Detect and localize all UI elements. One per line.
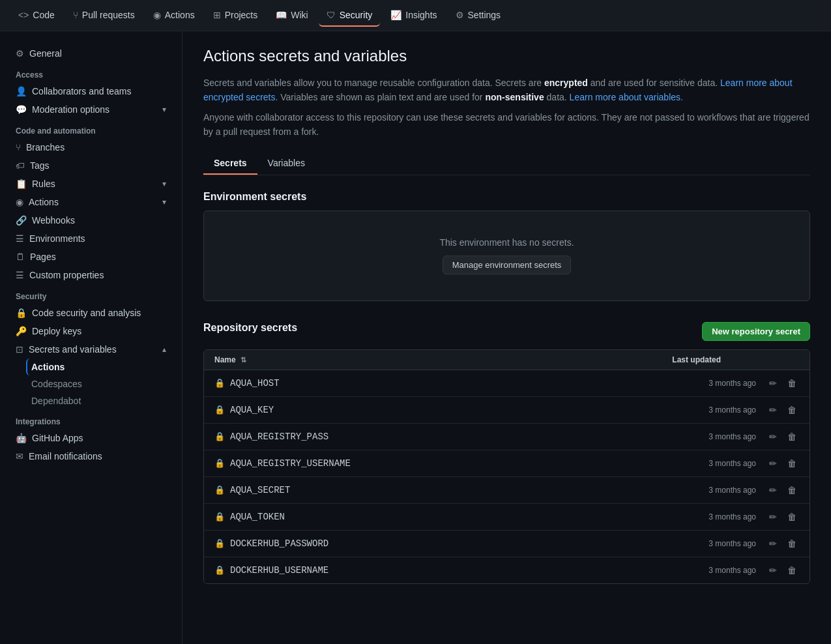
sidebar-access-section: Access [10, 63, 171, 82]
edit-secret-button-6[interactable]: ✏ [766, 537, 780, 550]
projects-icon: ⊞ [213, 10, 221, 20]
sidebar-item-rules[interactable]: 📋 Rules ▾ [10, 175, 171, 193]
sidebar-item-actions[interactable]: ◉ Actions ▾ [10, 193, 171, 211]
sort-icon[interactable]: ⇅ [241, 356, 246, 364]
delete-secret-button-0[interactable]: 🗑 [785, 377, 799, 390]
layout: ⚙ General Access 👤 Collaborators and tea… [0, 31, 831, 644]
webhook-icon: 🔗 [16, 215, 27, 226]
sidebar-item-general[interactable]: ⚙ General [10, 44, 171, 63]
table-body: 🔒 AQUA_HOST 3 months ago ✏ 🗑 🔒 AQUA_KEY … [204, 370, 809, 583]
chevron-down-icon: ▾ [162, 105, 166, 114]
table-row: 🔒 AQUA_REGISTRY_PASS 3 months ago ✏ 🗑 [204, 424, 809, 450]
edit-secret-button-4[interactable]: ✏ [766, 484, 780, 497]
main-content: Actions secrets and variables Secrets an… [182, 31, 831, 644]
delete-secret-button-6[interactable]: 🗑 [785, 537, 799, 550]
sidebar-item-secrets-and-variables[interactable]: ⊡ Secrets and variables ▴ [10, 340, 171, 359]
table-row: 🔒 AQUA_HOST 3 months ago ✏ 🗑 [204, 370, 809, 397]
nav-settings-label: Settings [468, 10, 501, 20]
col-updated-header: Last updated [643, 355, 760, 364]
edit-secret-button-1[interactable]: ✏ [766, 403, 780, 417]
sidebar-sub-item-codespaces[interactable]: Codespaces [26, 375, 171, 392]
sidebar-sub-item-actions[interactable]: Actions [26, 359, 171, 375]
sidebar-sub-actions-label: Actions [31, 362, 65, 372]
sidebar-code-security-label: Code security and analysis [32, 308, 141, 318]
nav-actions[interactable]: ◉ Actions [145, 5, 203, 27]
edit-secret-button-2[interactable]: ✏ [766, 430, 780, 443]
edit-secret-button-0[interactable]: ✏ [766, 377, 780, 390]
lock-icon-5: 🔒 [214, 512, 225, 522]
sidebar-tags-label: Tags [30, 160, 50, 171]
secret-name-0: 🔒 AQUA_HOST [214, 378, 649, 388]
insights-icon: 📈 [390, 10, 401, 20]
secret-name-text-3: AQUA_REGISTRY_USERNAME [230, 458, 351, 469]
tab-variables[interactable]: Variables [257, 153, 315, 175]
secret-actions-7: ✏ 🗑 [766, 564, 799, 577]
learn-variables-link[interactable]: Learn more about variables [570, 92, 680, 102]
sidebar-general-label: General [29, 48, 62, 59]
nav-code[interactable]: <> Code [10, 5, 63, 27]
col-name-label: Name [214, 355, 236, 364]
edit-secret-button-5[interactable]: ✏ [766, 510, 780, 523]
sidebar-item-webhooks[interactable]: 🔗 Webhooks [10, 211, 171, 229]
table-row: 🔒 AQUA_SECRET 3 months ago ✏ 🗑 [204, 477, 809, 504]
person-icon: 👤 [16, 86, 27, 96]
sidebar-item-github-apps[interactable]: 🤖 GitHub Apps [10, 429, 171, 447]
sidebar-item-email-notifications[interactable]: ✉ Email notifications [10, 447, 171, 465]
nav-pull-requests[interactable]: ⑂ Pull requests [65, 5, 143, 27]
chevron-down-icon-rules: ▾ [162, 179, 166, 188]
sidebar-github-apps-label: GitHub Apps [32, 433, 83, 443]
table-row: 🔒 AQUA_REGISTRY_USERNAME 3 months ago ✏ … [204, 450, 809, 477]
secret-name-text-5: AQUA_TOKEN [230, 512, 285, 522]
secret-actions-6: ✏ 🗑 [766, 537, 799, 550]
sidebar-code-automation-section: Code and automation [10, 119, 171, 138]
encrypted-bold: encrypted [544, 78, 588, 88]
new-repository-secret-button[interactable]: New repository secret [702, 322, 810, 341]
env-secrets-heading: Environment secrets [203, 191, 810, 203]
delete-secret-button-1[interactable]: 🗑 [785, 403, 799, 417]
sidebar-item-collaborators[interactable]: 👤 Collaborators and teams [10, 82, 171, 100]
sidebar-branches-label: Branches [26, 142, 65, 153]
description-2: Anyone with collaborator access to this … [203, 110, 810, 139]
sidebar-item-deploy-keys[interactable]: 🔑 Deploy keys [10, 322, 171, 340]
nav-projects[interactable]: ⊞ Projects [205, 5, 266, 27]
nav-wiki[interactable]: 📖 Wiki [268, 5, 315, 27]
delete-secret-button-2[interactable]: 🗑 [785, 430, 799, 443]
actions-icon: ◉ [153, 10, 161, 20]
edit-secret-button-7[interactable]: ✏ [766, 564, 780, 577]
secret-name-text-2: AQUA_REGISTRY_PASS [230, 432, 328, 442]
sidebar-item-branches[interactable]: ⑂ Branches [10, 138, 171, 156]
non-sensitive-bold: non-sensitive [485, 92, 544, 102]
sidebar-item-code-security[interactable]: 🔒 Code security and analysis [10, 304, 171, 322]
manage-env-secrets-button[interactable]: Manage environment secrets [443, 256, 572, 274]
sidebar-item-environments[interactable]: ☰ Environments [10, 229, 171, 248]
nav-projects-label: Projects [225, 10, 258, 20]
nav-settings[interactable]: ⚙ Settings [448, 5, 509, 27]
nav-security-label: Security [340, 10, 373, 20]
shield-icon: 🔒 [16, 308, 27, 318]
code-icon: <> [18, 10, 29, 20]
sidebar-environments-label: Environments [29, 233, 85, 244]
secret-name-1: 🔒 AQUA_KEY [214, 405, 649, 415]
delete-secret-button-4[interactable]: 🗑 [785, 484, 799, 497]
sidebar-item-moderation[interactable]: 💬 Moderation options ▾ [10, 100, 171, 119]
sidebar-item-custom-properties[interactable]: ☰ Custom properties [10, 266, 171, 284]
delete-secret-button-5[interactable]: 🗑 [785, 510, 799, 523]
secret-name-text-6: DOCKERHUB_PASSWORD [230, 538, 328, 549]
sidebar-item-pages[interactable]: 🗒 Pages [10, 248, 171, 266]
sidebar-sub-item-dependabot[interactable]: Dependabot [26, 392, 171, 409]
secret-actions-0: ✏ 🗑 [766, 377, 799, 390]
delete-secret-button-3[interactable]: 🗑 [785, 457, 799, 470]
edit-secret-button-3[interactable]: ✏ [766, 457, 780, 470]
secret-updated-6: 3 months ago [649, 539, 766, 548]
table-row: 🔒 AQUA_TOKEN 3 months ago ✏ 🗑 [204, 504, 809, 531]
secret-updated-7: 3 months ago [649, 566, 766, 575]
nav-insights[interactable]: 📈 Insights [383, 5, 445, 27]
table-row: 🔒 AQUA_KEY 3 months ago ✏ 🗑 [204, 397, 809, 424]
delete-secret-button-7[interactable]: 🗑 [785, 564, 799, 577]
tab-secrets[interactable]: Secrets [203, 153, 257, 175]
sidebar-deploy-keys-label: Deploy keys [32, 326, 81, 336]
nav-security[interactable]: 🛡 Security [319, 5, 381, 27]
secret-updated-5: 3 months ago [649, 512, 766, 521]
secret-name-5: 🔒 AQUA_TOKEN [214, 512, 649, 522]
sidebar-item-tags[interactable]: 🏷 Tags [10, 156, 171, 175]
